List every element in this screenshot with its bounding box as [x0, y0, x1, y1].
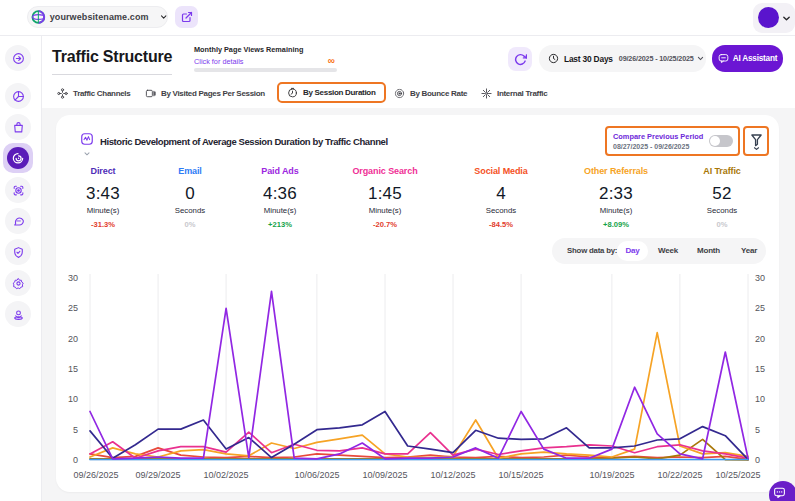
- svg-text:10/02/2025: 10/02/2025: [204, 470, 249, 480]
- svg-text:25: 25: [755, 303, 765, 313]
- svg-text:30: 30: [755, 273, 765, 283]
- svg-text:10/15/2025: 10/15/2025: [499, 470, 544, 480]
- svg-text:0: 0: [73, 455, 78, 465]
- svg-text:20: 20: [755, 334, 765, 344]
- svg-text:10: 10: [68, 394, 78, 404]
- svg-text:09/26/2025: 09/26/2025: [73, 470, 118, 480]
- svg-text:10/19/2025: 10/19/2025: [589, 470, 634, 480]
- svg-text:10/06/2025: 10/06/2025: [294, 470, 339, 480]
- svg-text:10/12/2025: 10/12/2025: [430, 470, 475, 480]
- svg-text:25: 25: [68, 303, 78, 313]
- svg-text:09/29/2025: 09/29/2025: [136, 470, 181, 480]
- svg-text:10: 10: [755, 394, 765, 404]
- svg-text:10/22/2025: 10/22/2025: [657, 470, 702, 480]
- svg-text:15: 15: [68, 364, 78, 374]
- svg-text:20: 20: [68, 334, 78, 344]
- svg-text:10/25/2025: 10/25/2025: [715, 470, 760, 480]
- svg-text:15: 15: [755, 364, 765, 374]
- svg-text:0: 0: [755, 455, 760, 465]
- svg-text:10/09/2025: 10/09/2025: [362, 470, 407, 480]
- svg-text:5: 5: [755, 425, 760, 435]
- svg-text:5: 5: [73, 425, 78, 435]
- svg-text:30: 30: [68, 273, 78, 283]
